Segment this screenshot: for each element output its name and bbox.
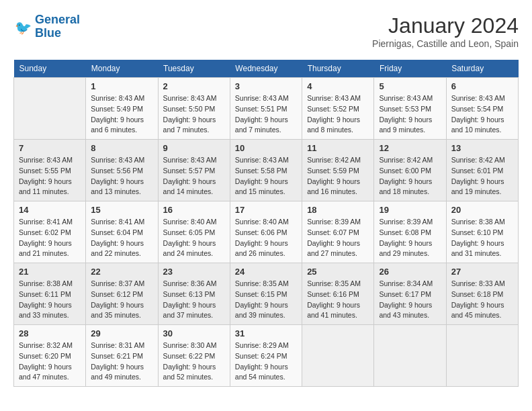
logo: 🐦 General Blue — [13, 13, 80, 40]
calendar-cell: 10Sunrise: 8:43 AMSunset: 5:58 PMDayligh… — [230, 140, 302, 201]
day-number: 21 — [19, 267, 81, 277]
day-number: 16 — [163, 205, 225, 215]
calendar-cell: 23Sunrise: 8:36 AMSunset: 6:13 PMDayligh… — [158, 263, 230, 325]
main-title: January 2024 — [372, 13, 519, 38]
day-info: Sunrise: 8:43 AMSunset: 5:58 PMDaylight:… — [235, 155, 297, 197]
calendar-cell: 26Sunrise: 8:34 AMSunset: 6:17 PMDayligh… — [374, 263, 446, 325]
calendar-cell: 29Sunrise: 8:31 AMSunset: 6:21 PMDayligh… — [86, 325, 158, 387]
day-info: Sunrise: 8:38 AMSunset: 6:10 PMDaylight:… — [451, 217, 513, 259]
calendar-cell — [14, 78, 86, 140]
calendar-table: SundayMondayTuesdayWednesdayThursdayFrid… — [13, 60, 519, 387]
subtitle: Piernigas, Castille and Leon, Spain — [372, 38, 519, 49]
day-number: 3 — [235, 81, 297, 91]
day-number: 22 — [91, 267, 152, 277]
day-info: Sunrise: 8:40 AMSunset: 6:06 PMDaylight:… — [235, 217, 297, 259]
day-number: 8 — [91, 143, 152, 153]
day-info: Sunrise: 8:31 AMSunset: 6:21 PMDaylight:… — [91, 340, 152, 383]
day-info: Sunrise: 8:43 AMSunset: 5:56 PMDaylight:… — [91, 155, 152, 197]
header-tuesday: Tuesday — [158, 60, 230, 78]
header-friday: Friday — [374, 60, 446, 78]
day-info: Sunrise: 8:43 AMSunset: 5:55 PMDaylight:… — [19, 155, 81, 197]
day-number: 31 — [235, 328, 297, 338]
svg-text:🐦: 🐦 — [15, 19, 32, 36]
day-info: Sunrise: 8:43 AMSunset: 5:57 PMDaylight:… — [163, 155, 225, 197]
calendar-cell: 24Sunrise: 8:35 AMSunset: 6:15 PMDayligh… — [230, 263, 302, 325]
day-number: 30 — [163, 328, 225, 338]
day-info: Sunrise: 8:42 AMSunset: 6:01 PMDaylight:… — [451, 155, 513, 197]
calendar-cell: 25Sunrise: 8:35 AMSunset: 6:16 PMDayligh… — [302, 263, 374, 325]
day-number: 13 — [451, 143, 513, 153]
day-number: 9 — [163, 143, 225, 153]
page-header: 🐦 General Blue January 2024 Piernigas, C… — [13, 13, 519, 49]
day-info: Sunrise: 8:41 AMSunset: 6:02 PMDaylight:… — [19, 217, 81, 259]
logo-text: General Blue — [35, 13, 80, 40]
calendar-cell — [302, 325, 374, 387]
day-info: Sunrise: 8:37 AMSunset: 6:12 PMDaylight:… — [91, 279, 152, 321]
day-number: 20 — [451, 205, 513, 215]
day-info: Sunrise: 8:35 AMSunset: 6:15 PMDaylight:… — [235, 279, 297, 321]
day-number: 10 — [235, 143, 297, 153]
calendar-cell: 6Sunrise: 8:43 AMSunset: 5:54 PMDaylight… — [446, 78, 518, 140]
day-info: Sunrise: 8:41 AMSunset: 6:04 PMDaylight:… — [91, 217, 152, 259]
day-number: 24 — [235, 267, 297, 277]
day-info: Sunrise: 8:30 AMSunset: 6:22 PMDaylight:… — [163, 340, 225, 383]
day-info: Sunrise: 8:32 AMSunset: 6:20 PMDaylight:… — [19, 340, 81, 383]
calendar-cell: 21Sunrise: 8:38 AMSunset: 6:11 PMDayligh… — [14, 263, 86, 325]
header-sunday: Sunday — [14, 60, 86, 78]
day-number: 26 — [379, 267, 441, 277]
calendar-cell: 19Sunrise: 8:39 AMSunset: 6:08 PMDayligh… — [374, 201, 446, 263]
calendar-cell: 1Sunrise: 8:43 AMSunset: 5:49 PMDaylight… — [86, 78, 158, 140]
calendar-cell: 16Sunrise: 8:40 AMSunset: 6:05 PMDayligh… — [158, 201, 230, 263]
calendar-week-row: 28Sunrise: 8:32 AMSunset: 6:20 PMDayligh… — [14, 325, 519, 387]
day-number: 6 — [451, 81, 513, 91]
calendar-cell: 22Sunrise: 8:37 AMSunset: 6:12 PMDayligh… — [86, 263, 158, 325]
day-number: 25 — [307, 267, 369, 277]
calendar-week-row: 1Sunrise: 8:43 AMSunset: 5:49 PMDaylight… — [14, 78, 519, 140]
day-number: 2 — [163, 81, 225, 91]
day-info: Sunrise: 8:29 AMSunset: 6:24 PMDaylight:… — [235, 340, 297, 383]
header-monday: Monday — [86, 60, 158, 78]
day-info: Sunrise: 8:35 AMSunset: 6:16 PMDaylight:… — [307, 279, 369, 321]
calendar-cell: 3Sunrise: 8:43 AMSunset: 5:51 PMDaylight… — [230, 78, 302, 140]
day-info: Sunrise: 8:42 AMSunset: 5:59 PMDaylight:… — [307, 155, 369, 197]
day-number: 17 — [235, 205, 297, 215]
day-number: 28 — [19, 328, 81, 338]
calendar-cell: 4Sunrise: 8:43 AMSunset: 5:52 PMDaylight… — [302, 78, 374, 140]
day-info: Sunrise: 8:43 AMSunset: 5:54 PMDaylight:… — [451, 93, 513, 136]
day-number: 23 — [163, 267, 225, 277]
calendar-cell: 5Sunrise: 8:43 AMSunset: 5:53 PMDaylight… — [374, 78, 446, 140]
day-info: Sunrise: 8:33 AMSunset: 6:18 PMDaylight:… — [451, 279, 513, 321]
header-saturday: Saturday — [446, 60, 518, 78]
day-number: 12 — [379, 143, 441, 153]
day-info: Sunrise: 8:43 AMSunset: 5:49 PMDaylight:… — [91, 93, 152, 136]
calendar-cell: 14Sunrise: 8:41 AMSunset: 6:02 PMDayligh… — [14, 201, 86, 263]
day-info: Sunrise: 8:40 AMSunset: 6:05 PMDaylight:… — [163, 217, 225, 259]
calendar-cell: 27Sunrise: 8:33 AMSunset: 6:18 PMDayligh… — [446, 263, 518, 325]
calendar-cell: 8Sunrise: 8:43 AMSunset: 5:56 PMDaylight… — [86, 140, 158, 201]
day-info: Sunrise: 8:39 AMSunset: 6:07 PMDaylight:… — [307, 217, 369, 259]
calendar-cell — [374, 325, 446, 387]
calendar-week-row: 14Sunrise: 8:41 AMSunset: 6:02 PMDayligh… — [14, 201, 519, 263]
calendar-cell: 11Sunrise: 8:42 AMSunset: 5:59 PMDayligh… — [302, 140, 374, 201]
day-info: Sunrise: 8:43 AMSunset: 5:51 PMDaylight:… — [235, 93, 297, 136]
day-info: Sunrise: 8:36 AMSunset: 6:13 PMDaylight:… — [163, 279, 225, 321]
calendar-cell: 20Sunrise: 8:38 AMSunset: 6:10 PMDayligh… — [446, 201, 518, 263]
day-info: Sunrise: 8:43 AMSunset: 5:52 PMDaylight:… — [307, 93, 369, 136]
day-number: 15 — [91, 205, 152, 215]
header-thursday: Thursday — [302, 60, 374, 78]
title-block: January 2024 Piernigas, Castille and Leo… — [372, 13, 519, 49]
calendar-header-row: SundayMondayTuesdayWednesdayThursdayFrid… — [14, 60, 519, 78]
calendar-cell: 17Sunrise: 8:40 AMSunset: 6:06 PMDayligh… — [230, 201, 302, 263]
calendar-week-row: 21Sunrise: 8:38 AMSunset: 6:11 PMDayligh… — [14, 263, 519, 325]
day-number: 18 — [307, 205, 369, 215]
day-number: 1 — [91, 81, 152, 91]
calendar-cell — [446, 325, 518, 387]
day-number: 27 — [451, 267, 513, 277]
calendar-week-row: 7Sunrise: 8:43 AMSunset: 5:55 PMDaylight… — [14, 140, 519, 201]
day-info: Sunrise: 8:39 AMSunset: 6:08 PMDaylight:… — [379, 217, 441, 259]
calendar-cell: 31Sunrise: 8:29 AMSunset: 6:24 PMDayligh… — [230, 325, 302, 387]
logo-icon: 🐦 — [13, 17, 32, 36]
day-info: Sunrise: 8:43 AMSunset: 5:50 PMDaylight:… — [163, 93, 225, 136]
calendar-cell: 18Sunrise: 8:39 AMSunset: 6:07 PMDayligh… — [302, 201, 374, 263]
day-info: Sunrise: 8:43 AMSunset: 5:53 PMDaylight:… — [379, 93, 441, 136]
